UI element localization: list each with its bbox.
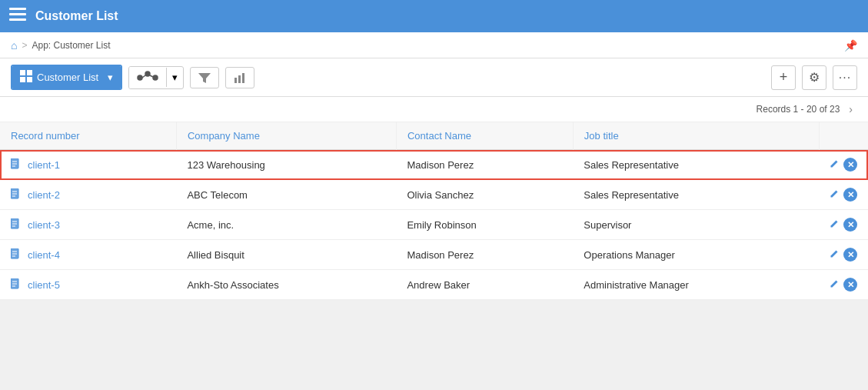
customer-table: Record number Company Name Contact Name … <box>0 122 868 300</box>
grid-view-icon <box>20 70 32 85</box>
table-row[interactable]: client-1 123 WarehousingMadison PerezSal… <box>0 150 868 180</box>
svg-rect-4 <box>27 70 32 75</box>
breadcrumb-bar: ⌂ > App: Customer List 📌 <box>0 32 868 58</box>
col-job-title: Job title <box>573 122 819 150</box>
add-icon: + <box>780 69 788 85</box>
cell-company-name: Acme, inc. <box>176 210 396 240</box>
svg-rect-14 <box>238 75 241 83</box>
cell-contact-name: Madison Perez <box>396 150 573 180</box>
pin-icon[interactable]: 📌 <box>844 39 857 52</box>
workflow-dropdown[interactable]: ▾ <box>166 68 183 87</box>
svg-rect-2 <box>9 18 26 21</box>
next-page-button[interactable]: › <box>844 102 857 117</box>
workflow-btn-main[interactable] <box>129 67 166 88</box>
toolbar: Customer List ▾ ▾ + <box>0 58 868 97</box>
breadcrumb-text: App: Customer List <box>32 40 110 51</box>
cell-company-name: Ankh-Sto Associates <box>176 270 396 300</box>
svg-marker-12 <box>198 73 211 83</box>
app-header: Customer List <box>0 0 868 32</box>
delete-button[interactable]: ✕ <box>843 248 857 262</box>
cell-record-number: client-4 <box>0 240 176 270</box>
delete-button[interactable]: ✕ <box>843 188 857 202</box>
svg-point-7 <box>138 75 142 80</box>
svg-rect-6 <box>27 77 32 82</box>
edit-button[interactable] <box>830 189 839 201</box>
view-dropdown-icon: ▾ <box>108 72 113 83</box>
svg-rect-13 <box>234 78 237 83</box>
cell-record-number: client-1 <box>0 150 176 180</box>
pagination-bar: Records 1 - 20 of 23 › <box>0 97 868 122</box>
table-header: Record number Company Name Contact Name … <box>0 122 868 150</box>
edit-button[interactable] <box>830 249 839 261</box>
cell-job-title: Sales Representative <box>573 150 819 180</box>
cell-actions: ✕ <box>819 150 868 180</box>
cell-company-name: 123 Warehousing <box>176 150 396 180</box>
col-actions <box>819 122 868 150</box>
more-icon: ··· <box>839 71 851 85</box>
cell-company-name: Allied Bisquit <box>176 240 396 270</box>
doc-icon <box>11 248 22 261</box>
table-row[interactable]: client-4 Allied BisquitMadison PerezOper… <box>0 240 868 270</box>
view-selector[interactable]: Customer List ▾ <box>11 65 122 90</box>
svg-rect-3 <box>20 70 25 75</box>
workflow-button[interactable]: ▾ <box>128 66 184 89</box>
cell-actions: ✕ <box>819 180 868 210</box>
cell-actions: ✕ <box>819 240 868 270</box>
delete-button[interactable]: ✕ <box>843 158 857 172</box>
home-icon[interactable]: ⌂ <box>11 39 17 52</box>
table-body: client-1 123 WarehousingMadison PerezSal… <box>0 150 868 300</box>
col-company-name: Company Name <box>176 122 396 150</box>
cell-actions: ✕ <box>819 210 868 240</box>
toolbar-right: + ⚙ ··· <box>771 65 857 90</box>
breadcrumb: ⌂ > App: Customer List <box>11 39 111 52</box>
gear-icon: ⚙ <box>809 70 820 85</box>
settings-button[interactable]: ⚙ <box>802 65 826 90</box>
menu-icon[interactable] <box>9 8 26 25</box>
filter-button[interactable] <box>190 67 219 88</box>
svg-rect-0 <box>9 8 26 10</box>
app-title: Customer List <box>35 9 118 23</box>
table-wrapper: Record number Company Name Contact Name … <box>0 122 868 300</box>
cell-record-number: client-3 <box>0 210 176 240</box>
svg-line-10 <box>142 75 145 78</box>
table-row[interactable]: client-3 Acme, inc.Emily RobinsonSupervi… <box>0 210 868 240</box>
cell-contact-name: Madison Perez <box>396 240 573 270</box>
cell-job-title: Supervisor <box>573 210 819 240</box>
edit-button[interactable] <box>830 159 839 171</box>
cell-job-title: Sales Representative <box>573 180 819 210</box>
col-record-number: Record number <box>0 122 176 150</box>
svg-rect-5 <box>20 77 25 82</box>
delete-button[interactable]: ✕ <box>843 218 857 232</box>
doc-icon <box>11 278 22 291</box>
cell-contact-name: Emily Robinson <box>396 210 573 240</box>
add-button[interactable]: + <box>771 65 796 90</box>
breadcrumb-separator: > <box>22 40 27 51</box>
svg-point-8 <box>145 72 150 76</box>
col-contact-name: Contact Name <box>396 122 573 150</box>
svg-line-11 <box>150 75 153 77</box>
view-label: Customer List <box>37 72 98 83</box>
cell-record-number: client-2 <box>0 180 176 210</box>
more-button[interactable]: ··· <box>833 65 857 90</box>
cell-job-title: Operations Manager <box>573 240 819 270</box>
svg-point-9 <box>153 75 158 80</box>
cell-company-name: ABC Telecom <box>176 180 396 210</box>
cell-actions: ✕ <box>819 270 868 300</box>
doc-icon <box>11 188 22 201</box>
table-row[interactable]: client-5 Ankh-Sto AssociatesAndrew Baker… <box>0 270 868 300</box>
cell-record-number: client-5 <box>0 270 176 300</box>
edit-button[interactable] <box>830 219 839 231</box>
cell-contact-name: Andrew Baker <box>396 270 573 300</box>
pagination-text: Records 1 - 20 of 23 <box>757 104 840 115</box>
table-row[interactable]: client-2 ABC TelecomOlivia SanchezSales … <box>0 180 868 210</box>
cell-job-title: Administrative Manager <box>573 270 819 300</box>
doc-icon <box>11 158 22 171</box>
delete-button[interactable]: ✕ <box>843 278 857 292</box>
svg-rect-1 <box>9 13 26 15</box>
svg-rect-15 <box>242 73 244 83</box>
cell-contact-name: Olivia Sanchez <box>396 180 573 210</box>
doc-icon <box>11 218 22 231</box>
edit-button[interactable] <box>830 279 839 291</box>
chart-button[interactable] <box>225 67 254 88</box>
view-selector-main[interactable]: Customer List ▾ <box>12 66 121 88</box>
